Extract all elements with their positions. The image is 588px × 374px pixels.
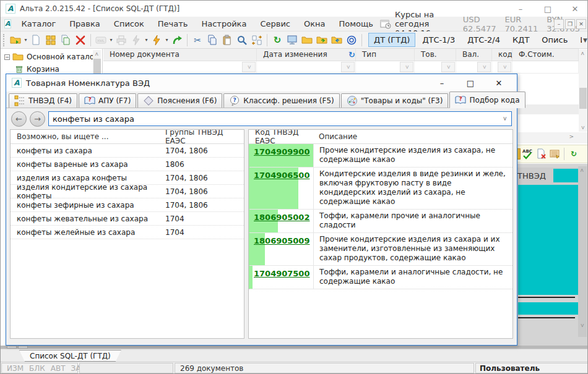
result-row[interactable]: 1806905002Тоффи, карамели прочие и анало…: [249, 210, 512, 233]
remote-view-button[interactable]: [285, 33, 300, 48]
import-folder-button[interactable]: [329, 33, 344, 48]
cut-button[interactable]: ✂: [190, 33, 205, 48]
search-button[interactable]: [235, 33, 249, 48]
dialog-minimize-button[interactable]: –: [428, 74, 456, 91]
list-horizontal-scrollbar[interactable]: >: [518, 132, 587, 143]
doc-type-дтс-1/3[interactable]: ДТС-1/3: [417, 33, 460, 47]
dialog-tab-классиф-решения-f5-[interactable]: ?Классиф. решения (F5): [223, 93, 339, 108]
menu-item-настройка[interactable]: Настройка: [194, 17, 253, 32]
tnved-code-link[interactable]: 1704907500: [254, 269, 309, 278]
copy-button[interactable]: [205, 33, 220, 48]
doc-type-дт (гтд)[interactable]: ДТ (ГТД): [368, 33, 415, 47]
filter-dropdown-icon[interactable]: >: [341, 62, 355, 72]
filter-dropdown-icon[interactable]: >: [498, 62, 511, 72]
menu-item-список[interactable]: Список: [107, 17, 151, 32]
replace-button[interactable]: [249, 33, 264, 48]
filter-dropdown-icon[interactable]: >: [477, 62, 491, 72]
fill-disabled-dropdown-icon[interactable]: ▾: [144, 37, 149, 43]
suggestion-row[interactable]: конфеты из сахара1704, 1806: [11, 144, 244, 158]
suggestion-row[interactable]: изделия кондитерские из сахара конфеты17…: [11, 185, 244, 198]
dialog-tab-подбор-кода[interactable]: ?Подбор кода: [449, 91, 525, 108]
fill-button[interactable]: [149, 33, 164, 48]
tree-expander-icon[interactable]: −: [4, 54, 10, 60]
toolbar-grip[interactable]: [3, 34, 6, 46]
tnved-code-link[interactable]: 1704909900: [254, 147, 309, 156]
menu-item-помощь[interactable]: Помощь: [332, 17, 380, 32]
menu-item-окна[interactable]: Окна: [297, 17, 332, 32]
doc-type-дтс-2/4[interactable]: ДТС-2/4: [462, 33, 506, 47]
suggestion-row[interactable]: конфеты жевательные из сахара1704: [11, 212, 244, 226]
filter-dropdown-icon[interactable]: >: [441, 62, 455, 72]
column-header-3[interactable]: Тип: [356, 49, 415, 61]
sync-button[interactable]: [344, 33, 359, 48]
dialog-tab-пояснения-f6-[interactable]: Пояснения (F6): [137, 93, 222, 108]
dialog-close-button[interactable]: ✕: [485, 74, 513, 91]
dialog-tab-апу-f7-[interactable]: ?АПУ (F7): [79, 93, 136, 108]
refresh-detail-button[interactable]: ↻: [567, 147, 581, 161]
suggestion-row[interactable]: конфеты зефирные из сахара1704, 1806: [11, 198, 244, 212]
column-header-6[interactable]: код.: [492, 49, 512, 61]
mdi-restore-button[interactable]: ❐: [565, 19, 575, 29]
open-folder-button[interactable]: [8, 33, 23, 48]
scroll-right-icon[interactable]: >: [569, 134, 574, 140]
dialog-tab-тнвэд-f4-[interactable]: ТНВЭД (F4): [9, 93, 77, 108]
constructor-button[interactable]: [43, 33, 58, 48]
dialog-tab--товары-и-коды-f3-[interactable]: "Товары и коды" (F3): [341, 93, 449, 108]
documents-folder-button[interactable]: [300, 33, 314, 48]
form-edit-button[interactable]: [548, 147, 561, 161]
paste-button[interactable]: [220, 33, 235, 48]
toolbar-overflow-icon[interactable]: ▼: [582, 37, 588, 43]
tnved-code-link[interactable]: 1806905009: [254, 236, 309, 245]
xml-export-button[interactable]: XML: [93, 33, 108, 48]
detail-field-band[interactable]: [518, 302, 578, 315]
open-folder-dropdown-icon[interactable]: ▾: [23, 37, 28, 43]
fill-disabled-button[interactable]: [129, 33, 144, 48]
sort-icon[interactable]: ↻: [348, 50, 355, 59]
fill-dropdown-icon[interactable]: ▾: [164, 37, 170, 43]
tnved-code-link[interactable]: 1806905002: [254, 213, 309, 222]
menu-item-каталог[interactable]: Каталог: [15, 17, 63, 32]
filter-dropdown-icon[interactable]: >: [400, 62, 413, 72]
discard-document-button[interactable]: [534, 147, 548, 161]
new-document-button[interactable]: [28, 33, 43, 48]
spellcheck-button[interactable]: ABC: [521, 147, 534, 161]
forward-button[interactable]: →: [30, 111, 45, 127]
result-row[interactable]: 1704909900Прочие кондитерские изделия из…: [249, 144, 512, 168]
menu-item-правка[interactable]: Правка: [63, 17, 106, 32]
column-header-4[interactable]: Тов.: [415, 49, 456, 61]
copy-document-button[interactable]: [58, 33, 73, 48]
menu-item-сервис[interactable]: Сервис: [253, 17, 297, 32]
doc-type-инвойс[interactable]: Инвойс: [574, 33, 582, 47]
dialog-maximize-button[interactable]: □: [456, 74, 485, 91]
mdi-close-button[interactable]: ✕: [576, 19, 586, 29]
xml-export-dropdown-icon[interactable]: ▾: [108, 37, 114, 43]
combo-chevron-icon[interactable]: >: [502, 116, 508, 121]
column-header-1[interactable]: Номер документа: [103, 49, 257, 61]
filter-dropdown-icon[interactable]: >: [242, 62, 256, 72]
mdi-tab[interactable]: Список SQL-ДТ (ГТД): [19, 350, 121, 362]
menu-item-печать[interactable]: Печать: [151, 17, 195, 32]
refresh-button[interactable]: ↻: [270, 33, 285, 48]
list-vertical-scrollbar[interactable]: > >: [579, 49, 587, 132]
tnved-code-link[interactable]: 1704906500: [254, 171, 309, 180]
result-row[interactable]: 1704906500Кондитерские изделия в виде ре…: [249, 168, 512, 210]
doc-type-опись[interactable]: Опись: [536, 33, 573, 47]
delete-button[interactable]: [73, 33, 88, 48]
apply-button[interactable]: [170, 33, 184, 48]
doc-type-кдт[interactable]: КДТ: [507, 33, 535, 47]
result-row[interactable]: 1806905009Прочие кондитерские изделия из…: [249, 233, 512, 266]
suggestion-row[interactable]: конфеты желейные из сахара1704: [11, 226, 244, 239]
result-row[interactable]: 1704907500Тоффи, карамели и аналогичные …: [249, 266, 512, 289]
mdi-minimize-button[interactable]: –: [554, 19, 564, 29]
print-button[interactable]: [114, 33, 129, 48]
column-header-5[interactable]: Вал.: [456, 49, 492, 61]
detail-scrollbar[interactable]: > >: [578, 166, 587, 337]
tree-item[interactable]: −Основной каталог: [1, 51, 102, 63]
column-header-2[interactable]: Дата изменения: [257, 49, 356, 61]
export-folder-button[interactable]: [314, 33, 329, 48]
detail-field-area[interactable]: [518, 185, 578, 295]
suggestion-row[interactable]: конфеты вареные из сахара1806: [11, 158, 244, 171]
search-input-value[interactable]: конфеты из сахара: [53, 114, 134, 124]
search-combo[interactable]: конфеты из сахара >: [48, 111, 512, 126]
back-button[interactable]: ←: [11, 111, 27, 127]
